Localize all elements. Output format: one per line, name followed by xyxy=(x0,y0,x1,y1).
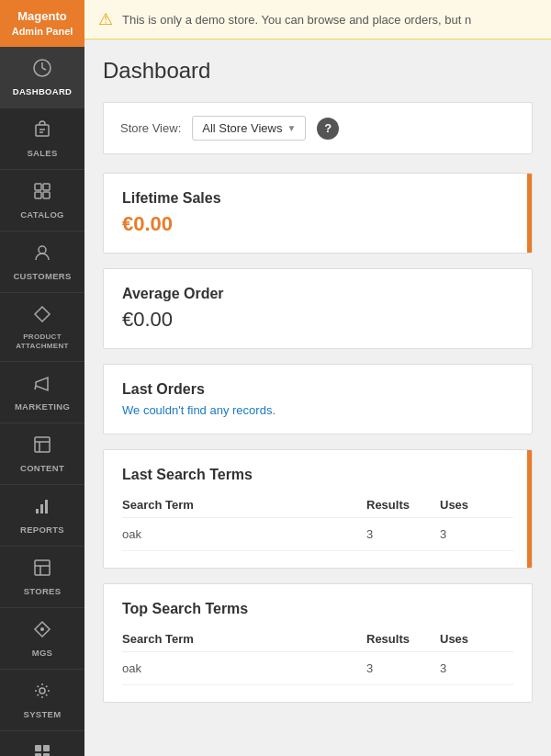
sidebar-item-label-customers: CUSTOMERS xyxy=(13,271,71,281)
sidebar-item-label-marketing: MARKETING xyxy=(15,401,70,412)
catalog-icon xyxy=(32,181,52,206)
reports-icon xyxy=(32,496,52,521)
lifetime-sales-card: Lifetime Sales €0.00 xyxy=(103,173,533,254)
col-search-term-header-top: Search Term xyxy=(122,626,366,652)
dashboard-icon xyxy=(32,58,52,83)
sidebar-logo[interactable]: Magento Admin Panel xyxy=(0,0,84,47)
sidebar-item-label-system: SYSTEM xyxy=(24,709,62,719)
sidebar-item-label-stores: STORES xyxy=(24,586,62,596)
last-orders-title: Last Orders xyxy=(122,381,513,398)
sidebar-item-dashboard[interactable]: DASHBOARD xyxy=(0,47,84,108)
uses-cell: 3 xyxy=(440,652,513,685)
sidebar-item-system[interactable]: SYSTEM xyxy=(0,670,84,731)
last-search-terms-title: Last Search Terms xyxy=(122,467,513,483)
main-content: ⚠ This is only a demo store. You can bro… xyxy=(84,0,551,756)
results-cell: 3 xyxy=(366,518,440,551)
sidebar-item-reports[interactable]: REPORTS xyxy=(0,485,84,547)
sidebar-item-label-mgs: MGS xyxy=(32,648,53,658)
col-uses-header-top: Uses xyxy=(440,626,513,652)
svg-rect-15 xyxy=(43,745,50,751)
sidebar-item-label-product-attachment: PRODUCT ATTACHMENT xyxy=(4,333,81,350)
last-search-terms-table: Search Term Results Uses oak 3 3 xyxy=(122,492,513,551)
col-uses-header: Uses xyxy=(440,492,513,518)
average-order-value: €0.00 xyxy=(122,308,513,332)
find-partners-icon xyxy=(32,742,52,756)
average-order-title: Average Order xyxy=(122,286,513,302)
top-search-terms-table: Search Term Results Uses oak 3 3 xyxy=(122,626,513,685)
accent-bar-search xyxy=(527,450,532,568)
chevron-down-icon: ▼ xyxy=(287,123,296,133)
svg-rect-4 xyxy=(35,192,41,198)
lifetime-sales-value: €0.00 xyxy=(122,212,513,236)
col-results-header: Results xyxy=(366,492,440,518)
svg-rect-7 xyxy=(35,437,50,452)
search-term-cell: oak xyxy=(122,518,366,551)
sidebar-item-content[interactable]: CONTENT xyxy=(0,423,84,485)
mgs-icon xyxy=(32,619,52,644)
system-icon xyxy=(32,681,52,705)
store-view-value: All Store Views xyxy=(202,121,282,135)
sidebar-item-stores[interactable]: STORES xyxy=(0,547,84,608)
demo-banner: ⚠ This is only a demo store. You can bro… xyxy=(84,0,551,39)
top-search-terms-card: Top Search Terms Search Term Results Use… xyxy=(103,583,533,703)
stores-icon xyxy=(32,558,52,582)
last-orders-no-records: We couldn't find any records. xyxy=(122,403,513,417)
average-order-card: Average Order €0.00 xyxy=(103,268,533,349)
search-term-cell: oak xyxy=(122,652,366,685)
store-view-select[interactable]: All Store Views ▼ xyxy=(192,116,306,141)
sidebar-item-label-reports: REPORTS xyxy=(20,525,64,535)
results-cell: 3 xyxy=(366,652,440,685)
svg-rect-5 xyxy=(43,192,50,198)
sidebar-item-sales[interactable]: SALES xyxy=(0,108,84,170)
store-view-bar: Store View: All Store Views ▼ ? xyxy=(103,102,533,154)
sidebar-item-product-attachment[interactable]: PRODUCT ATTACHMENT xyxy=(0,293,84,362)
last-search-terms-card: Last Search Terms Search Term Results Us… xyxy=(103,449,533,569)
sidebar-item-customers[interactable]: CUSTOMERS xyxy=(0,231,84,293)
help-icon[interactable]: ? xyxy=(317,118,339,140)
sidebar-item-marketing[interactable]: MARKETING xyxy=(0,362,84,423)
sidebar-item-find-partners[interactable]: FIND PARTNERS & EXTENSIONS xyxy=(0,731,84,756)
svg-rect-10 xyxy=(45,500,48,513)
svg-rect-8 xyxy=(36,509,39,513)
table-row: oak 3 3 xyxy=(122,518,513,551)
customers-icon xyxy=(32,243,52,267)
uses-cell: 3 xyxy=(440,518,513,551)
logo-line2: Admin Panel xyxy=(7,25,77,38)
svg-point-6 xyxy=(39,246,46,254)
sidebar-item-catalog[interactable]: CATALOG xyxy=(0,170,84,231)
last-orders-card: Last Orders We couldn't find any records… xyxy=(103,364,533,434)
svg-rect-11 xyxy=(35,560,50,575)
content-area: Dashboard Store View: All Store Views ▼ … xyxy=(84,39,551,756)
col-results-header-top: Results xyxy=(366,626,440,652)
col-search-term-header: Search Term xyxy=(122,492,366,518)
logo-line1: Magento xyxy=(7,9,77,25)
sidebar-item-mgs[interactable]: MGS xyxy=(0,608,84,670)
sidebar-item-label-sales: SALES xyxy=(27,148,57,158)
svg-point-13 xyxy=(39,688,45,694)
warning-icon: ⚠ xyxy=(98,9,113,29)
svg-rect-3 xyxy=(43,184,50,190)
sidebar-item-label-catalog: CATALOG xyxy=(20,209,64,220)
sales-icon xyxy=(32,119,52,144)
svg-rect-2 xyxy=(35,184,41,190)
svg-rect-14 xyxy=(35,745,41,751)
svg-rect-9 xyxy=(40,504,43,513)
svg-point-12 xyxy=(40,627,44,631)
top-search-terms-title: Top Search Terms xyxy=(122,601,513,617)
product-attachment-icon xyxy=(32,304,52,329)
svg-rect-1 xyxy=(36,125,49,136)
table-row: oak 3 3 xyxy=(122,652,513,685)
lifetime-sales-title: Lifetime Sales xyxy=(122,190,513,207)
content-icon xyxy=(32,434,52,459)
sidebar-item-label-content: CONTENT xyxy=(20,463,64,473)
sidebar: Magento Admin Panel DASHBOARD SALES xyxy=(0,0,84,756)
page-title: Dashboard xyxy=(103,58,533,84)
sidebar-item-label-dashboard: DASHBOARD xyxy=(13,86,72,96)
store-view-label: Store View: xyxy=(120,121,181,135)
banner-text: This is only a demo store. You can brows… xyxy=(122,13,471,27)
accent-bar xyxy=(527,174,532,253)
marketing-icon xyxy=(32,373,52,398)
